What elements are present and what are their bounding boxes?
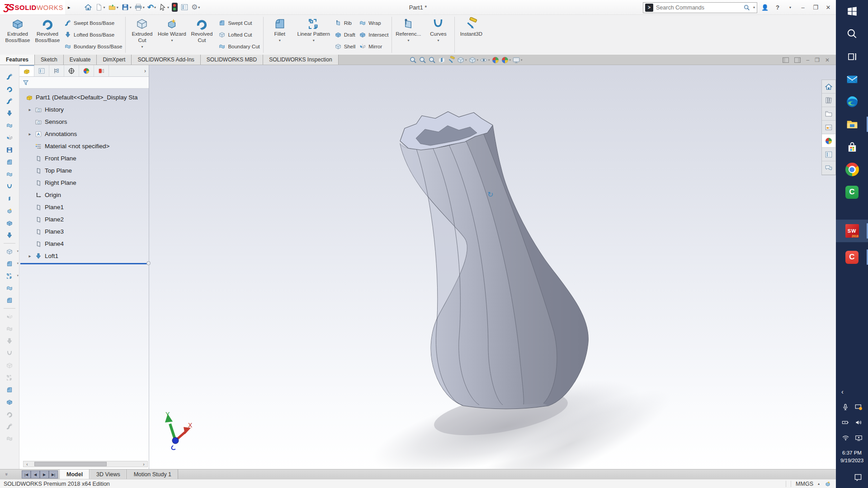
scroll-thumb[interactable]	[34, 462, 107, 466]
camtasia-recorder-button[interactable]: C	[836, 246, 868, 268]
tree-root-part1[interactable]: Part1 (Default<<Default>_Display Sta	[19, 91, 149, 103]
tree-item-sensors[interactable]: Sensors	[19, 116, 149, 128]
more-tabs-icon[interactable]: ›	[109, 65, 149, 76]
file-explorer-tab[interactable]	[822, 107, 835, 121]
dimxpert-manager-tab[interactable]	[64, 65, 79, 76]
extruded-boss-base-button[interactable]: ExtrudedBoss/Base	[3, 15, 33, 55]
cut-group-icon[interactable]: ▾	[3, 258, 16, 270]
curves-button[interactable]: Curves▾	[423, 15, 453, 55]
hole-wizard-button[interactable]: Hole Wizard▾	[157, 15, 187, 55]
display-sync-tray-icon[interactable]	[854, 403, 863, 411]
microsoft-store-button[interactable]	[836, 136, 868, 158]
search-dropdown-icon[interactable]: ▾	[753, 5, 755, 9]
vcr-next-button[interactable]: ▶	[40, 470, 49, 479]
vcr-prev-button[interactable]: ◀	[31, 470, 40, 479]
file-explorer-button[interactable]	[836, 113, 868, 136]
section-view-icon[interactable]	[438, 56, 446, 64]
undo-button[interactable]: ↶▾	[146, 1, 157, 13]
units-selector[interactable]: MMGS	[796, 481, 813, 487]
zoom-to-fit-icon[interactable]	[409, 56, 417, 64]
revolved-boss-base-button[interactable]: RevolvedBoss/Base	[33, 15, 62, 55]
tab-sketch[interactable]: Sketch	[35, 55, 64, 65]
tree-horizontal-scrollbar[interactable]: ‹ ›	[23, 461, 148, 467]
select-button[interactable]: ▾	[158, 1, 170, 13]
wifi-tray-icon[interactable]	[841, 434, 850, 442]
wrap-button[interactable]: Wrap	[359, 19, 388, 28]
tab-solidworks-mbd[interactable]: SOLIDWORKS MBD	[201, 55, 263, 65]
scroll-right-icon[interactable]: ›	[140, 462, 147, 467]
draft-button[interactable]: Draft	[335, 30, 356, 39]
revolved-cut-button[interactable]: RevolvedCut	[187, 15, 217, 55]
tree-item-right-plane[interactable]: Right Plane	[19, 177, 149, 189]
edge-browser-button[interactable]	[836, 90, 868, 113]
search-icon[interactable]	[743, 4, 750, 11]
taskbar-search-button[interactable]	[836, 23, 868, 45]
boss-group-icon[interactable]: ▾	[3, 245, 16, 258]
camtasia-button[interactable]: C	[836, 181, 868, 203]
collapse-pane-left-icon[interactable]	[783, 57, 789, 63]
options-button[interactable]: ⚙▾	[190, 1, 201, 13]
split-tool-icon[interactable]	[3, 229, 16, 241]
tree-item-plane2[interactable]: Plane2	[19, 213, 149, 225]
menu-expander-icon[interactable]: ▸	[68, 5, 71, 10]
search-input[interactable]	[656, 5, 741, 11]
search-type-icon[interactable]: >	[645, 4, 653, 12]
tree-item-history[interactable]: ▸History	[19, 103, 149, 116]
tab-evaluate[interactable]: Evaluate	[64, 55, 97, 65]
lofted-cut-button[interactable]: Lofted Cut	[218, 30, 259, 39]
doc-minimize-button[interactable]: –	[806, 57, 809, 63]
plane-tool-icon[interactable]	[3, 144, 16, 156]
solidworks-taskbar-button[interactable]: SW2018	[836, 220, 868, 242]
home-button[interactable]	[83, 1, 93, 13]
dome-tool-icon[interactable]	[3, 156, 16, 168]
open-button[interactable]: ▾	[107, 1, 119, 13]
tree-item-plane1[interactable]: Plane1	[19, 201, 149, 213]
print-button[interactable]: ▾	[133, 1, 146, 13]
mail-app-button[interactable]	[836, 68, 868, 90]
revolve-tool-icon[interactable]	[3, 83, 16, 95]
property-manager-tab[interactable]	[34, 65, 49, 76]
scroll-left-icon[interactable]: ‹	[24, 462, 31, 467]
close-button[interactable]: ✕	[823, 4, 833, 11]
tree-item-plane4[interactable]: Plane4	[19, 238, 149, 250]
doc-restore-button[interactable]: ❐	[815, 57, 820, 63]
rebuild-button[interactable]	[171, 1, 179, 13]
view-palette-tab[interactable]	[822, 121, 835, 134]
units-dropdown-icon[interactable]: ▴	[818, 482, 820, 486]
boundary-boss-base-button[interactable]: Boundary Boss/Base	[64, 42, 122, 51]
chrome-browser-button[interactable]	[836, 158, 868, 181]
task-pane-home-tab[interactable]	[822, 80, 835, 94]
design-tree-tab[interactable]	[19, 65, 34, 76]
model-tab[interactable]: Model	[60, 469, 90, 479]
custom-properties-tab[interactable]	[822, 148, 835, 161]
loft-tool-icon[interactable]	[3, 107, 16, 119]
flex-tool-icon[interactable]	[3, 180, 16, 192]
zoom-to-area-icon[interactable]	[419, 56, 427, 64]
instant3d-button[interactable]: Instant3D	[456, 15, 486, 55]
lofted-boss-base-button[interactable]: Lofted Boss/Base	[64, 30, 122, 39]
help-button[interactable]: ?	[773, 4, 783, 11]
login-user-icon[interactable]: 👤	[760, 4, 770, 11]
dome-tool2-icon[interactable]	[3, 384, 16, 396]
cam-tab[interactable]	[94, 65, 109, 76]
mirror-button[interactable]: Mirror	[359, 42, 388, 51]
forum-tab[interactable]	[822, 161, 835, 175]
volume-tray-icon[interactable]	[854, 418, 863, 427]
replace-face-tool-icon[interactable]	[3, 205, 16, 217]
intersect-button[interactable]: Intersect	[359, 30, 388, 39]
restore-button[interactable]: ❐	[811, 4, 821, 11]
3d-views-tab[interactable]: 3D Views	[90, 469, 127, 479]
help-dropdown-icon[interactable]: ▾	[785, 5, 795, 9]
tab-solidworks-inspection[interactable]: SOLIDWORKS Inspection	[263, 55, 338, 65]
hide-show-items-icon[interactable]: ▾	[480, 56, 490, 64]
tree-item-front-plane[interactable]: Front Plane	[19, 152, 149, 164]
linear-pattern-button[interactable]: Linear Pattern▾	[295, 15, 333, 55]
design-library-tab[interactable]	[822, 94, 835, 107]
tree-filter-field[interactable]	[19, 77, 149, 89]
pattern-group-icon[interactable]: ▾	[3, 270, 16, 282]
shell-button[interactable]: Shell	[335, 42, 356, 51]
rib-button[interactable]: Rib	[335, 19, 356, 28]
display-style-icon[interactable]: ▾	[468, 56, 479, 64]
intersect-tool-icon[interactable]	[3, 217, 16, 229]
apply-scene-icon[interactable]: ▾	[501, 56, 511, 64]
